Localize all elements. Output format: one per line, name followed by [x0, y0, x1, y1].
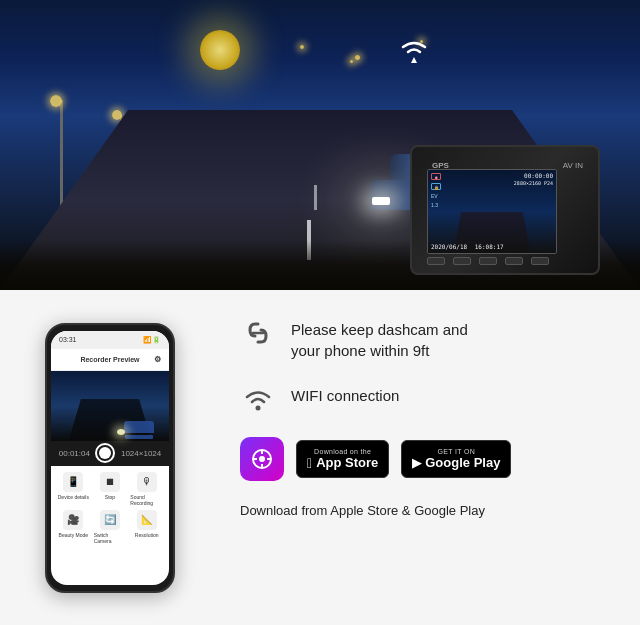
street-pole	[60, 100, 63, 220]
dashcam-buttons[interactable]	[427, 257, 549, 265]
screen-time: 00:00:00	[524, 172, 553, 179]
phone-section: 03:31 📶🔋 Recorder Preview ⚙	[0, 290, 220, 625]
menu-item-device[interactable]: 📱 Device details	[57, 472, 90, 506]
play-icon: ▶	[412, 456, 421, 470]
wifi-icon	[240, 381, 276, 417]
phone-timer: 00:01:04	[59, 449, 90, 458]
googleplay-label-top: GET IT ON	[438, 448, 475, 455]
appstore-badge[interactable]: Download on the  App Store	[296, 440, 389, 478]
hero-image: GPS AV IN ⏺ 🔒 EV 1.3 00:00:00 2880×2160 …	[0, 0, 640, 290]
menu-item-sound[interactable]: 🎙 Sound Recording	[130, 472, 163, 506]
road-marking	[314, 185, 317, 210]
phone-menu: 📱 Device details ⏹ Stop 🎙 Sound Recordin…	[51, 466, 169, 550]
device-icon: 📱	[63, 472, 83, 492]
dashcam-device: GPS AV IN ⏺ 🔒 EV 1.3 00:00:00 2880×2160 …	[410, 135, 610, 290]
menu-item-switch[interactable]: 🔄 Switch Camera	[94, 510, 127, 544]
street-light	[112, 110, 122, 120]
menu-item-stop[interactable]: ⏹ Stop	[94, 472, 127, 506]
screen-resolution: 2880×2160 P24	[514, 180, 553, 186]
svg-point-3	[259, 456, 265, 462]
proximity-text: Please keep dashcam and your phone withi…	[291, 315, 468, 361]
phone-app-header: Recorder Preview ⚙	[51, 349, 169, 371]
dashcam-btn-5[interactable]	[531, 257, 549, 265]
stop-icon: ⏹	[100, 472, 120, 492]
info-section: Please keep dashcam and your phone withi…	[220, 290, 640, 625]
street-light	[50, 95, 62, 107]
dashcam-screen: ⏺ 🔒 EV 1.3 00:00:00 2880×2160 P24 2020/0…	[427, 169, 557, 254]
bg-light	[300, 45, 304, 49]
bottom-section: 03:31 📶🔋 Recorder Preview ⚙	[0, 290, 640, 625]
bg-light	[355, 55, 360, 60]
googleplay-badge[interactable]: GET IT ON ▶ Google Play	[401, 440, 511, 478]
car-headlights	[372, 197, 390, 205]
svg-point-1	[256, 406, 261, 411]
bg-light	[350, 60, 353, 63]
wifi-text: WIFI connection	[291, 381, 399, 406]
menu-item-beauty[interactable]: 🎥 Beauty Mode	[57, 510, 90, 544]
googleplay-label-bottom: ▶ Google Play	[412, 455, 500, 470]
menu-item-resolution[interactable]: 📐 Resolution	[130, 510, 163, 544]
beauty-icon: 🎥	[63, 510, 83, 530]
store-row: Download on the  App Store GET IT ON ▶ …	[240, 437, 620, 481]
dashcam-btn-3[interactable]	[479, 257, 497, 265]
phone-mockup: 03:31 📶🔋 Recorder Preview ⚙	[45, 323, 175, 593]
capture-button[interactable]	[95, 443, 115, 463]
sound-icon: 🎙	[137, 472, 157, 492]
app-icon	[240, 437, 284, 481]
apple-icon: 	[307, 455, 312, 471]
phone-recording-size: 1024×1024	[121, 449, 161, 458]
dashcam-body: GPS AV IN ⏺ 🔒 EV 1.3 00:00:00 2880×2160 …	[410, 145, 600, 275]
appstore-label-top: Download on the	[314, 448, 371, 455]
phone-app-title: Recorder Preview	[80, 356, 139, 363]
phone-status-bar: 03:31 📶🔋	[51, 331, 169, 349]
dashcam-btn-4[interactable]	[505, 257, 523, 265]
proximity-info: Please keep dashcam and your phone withi…	[240, 315, 620, 361]
phone-controls: 00:01:04 1024×1024	[51, 441, 169, 466]
phone-icons: 📶🔋	[143, 336, 161, 344]
download-text: Download from Apple Store & Google Play	[240, 503, 620, 518]
moon-decoration	[200, 30, 240, 70]
wifi-info: WIFI connection	[240, 381, 620, 417]
resolution-icon: 📐	[137, 510, 157, 530]
phone-settings-icon[interactable]: ⚙	[154, 355, 161, 364]
screen-date-time: 2020/06/18 16:08:17	[431, 243, 504, 250]
preview-headlights	[117, 429, 125, 435]
link-icon	[240, 315, 276, 351]
preview-car	[124, 421, 154, 433]
preview-car-base	[125, 435, 153, 439]
switch-icon: 🔄	[100, 510, 120, 530]
dashcam-btn-2[interactable]	[453, 257, 471, 265]
phone-video-preview	[51, 371, 169, 441]
dashcam-btn-1[interactable]	[427, 257, 445, 265]
phone-screen: 03:31 📶🔋 Recorder Preview ⚙	[51, 331, 169, 585]
avin-label: AV IN	[563, 161, 583, 170]
wifi-icon-hero	[398, 35, 430, 70]
appstore-label-bottom:  App Store	[307, 455, 378, 471]
phone-time: 03:31	[59, 336, 77, 343]
